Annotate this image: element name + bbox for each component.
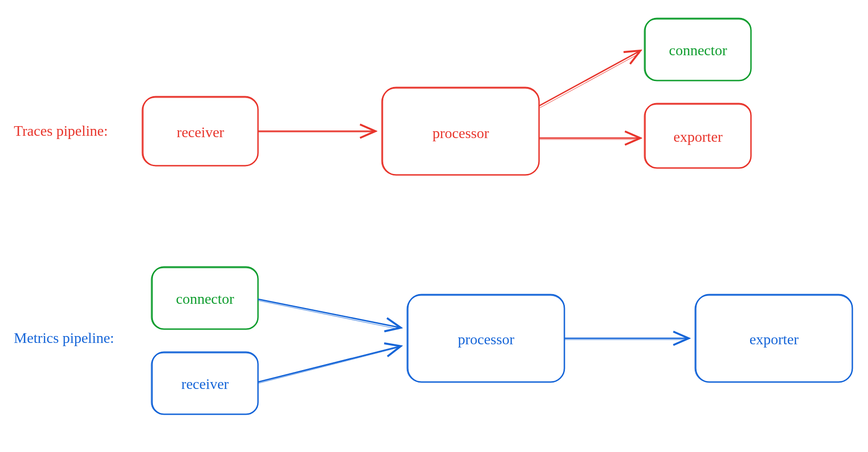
traces-processor-label: processor <box>433 125 489 141</box>
arrow-metrics-connector-processor <box>258 299 401 328</box>
metrics-connector-label: connector <box>176 290 235 307</box>
metrics-title: Metrics pipeline: <box>14 330 114 346</box>
metrics-exporter-label: exporter <box>750 331 799 348</box>
arrow-metrics-receiver-processor <box>258 346 401 382</box>
traces-connector-label: connector <box>669 42 727 58</box>
arrow-traces-processor-connector <box>539 51 640 106</box>
traces-receiver-label: receiver <box>176 124 224 140</box>
svg-line-3 <box>540 53 639 108</box>
traces-title: Traces pipeline: <box>14 122 108 139</box>
svg-line-9 <box>258 301 399 329</box>
metrics-processor-label: processor <box>458 331 515 348</box>
metrics-receiver-label: receiver <box>181 376 229 392</box>
traces-exporter-label: exporter <box>674 128 723 145</box>
svg-line-10 <box>258 348 399 383</box>
pipeline-diagram: Traces pipeline: receiver processor conn… <box>0 0 868 452</box>
